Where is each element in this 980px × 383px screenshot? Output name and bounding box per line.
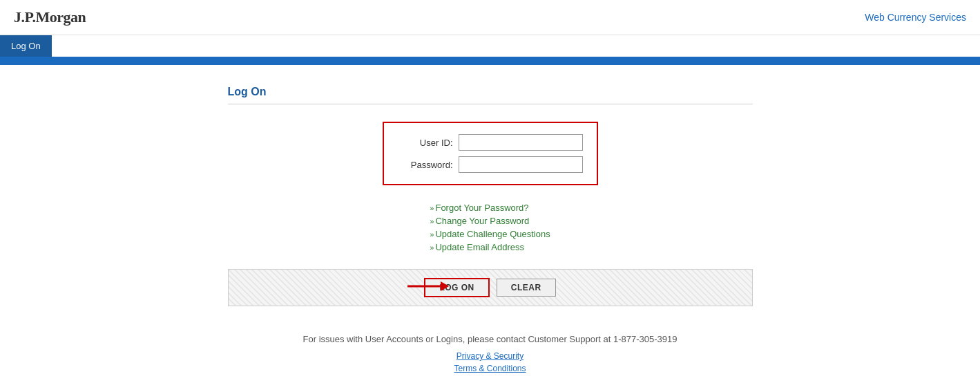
app-title[interactable]: Web Currency Services [865,12,966,23]
jpmorgan-logo: J.P.Morgan [14,8,86,26]
change-password-link[interactable]: »Change Your Password [430,216,550,226]
user-id-input[interactable] [459,134,583,151]
arrow-icon-4: » [430,243,434,252]
red-arrow-icon [407,276,449,297]
arrow-indicator [407,276,449,300]
password-row: Password: [398,156,583,173]
svg-marker-1 [441,281,449,291]
support-text: For issues with User Accounts or Logins,… [228,334,753,344]
clear-button[interactable]: CLEAR [497,279,556,297]
links-section: »Forgot Your Password? »Change Your Pass… [430,203,550,255]
terms-link[interactable]: Terms & Conditions [228,364,753,373]
nav-bar: Log On [0,35,980,57]
arrow-icon-2: » [430,217,434,225]
page-header: J.P.Morgan Web Currency Services [0,0,980,35]
arrow-icon-1: » [430,204,434,212]
update-email-link[interactable]: »Update Email Address [430,242,550,252]
password-input[interactable] [459,156,583,173]
user-id-row: User ID: [398,134,583,151]
logon-tab[interactable]: Log On [0,35,52,57]
arrow-icon-3: » [430,230,434,239]
forgot-password-link[interactable]: »Forgot Your Password? [430,203,550,213]
privacy-link[interactable]: Privacy & Security [228,351,753,361]
user-id-label: User ID: [398,138,453,148]
form-container: User ID: Password: »Forgot Your Password… [228,122,753,255]
main-content: Log On User ID: Password: »Forgot Your P… [214,86,767,373]
button-area: LOG ON CLEAR [228,269,753,306]
password-label: Password: [398,160,453,170]
blue-bar-divider [0,57,980,65]
section-title: Log On [228,86,753,104]
footer-section: For issues with User Accounts or Logins,… [228,327,753,373]
credentials-box: User ID: Password: [383,122,598,185]
update-challenge-link[interactable]: »Update Challenge Questions [430,229,550,239]
